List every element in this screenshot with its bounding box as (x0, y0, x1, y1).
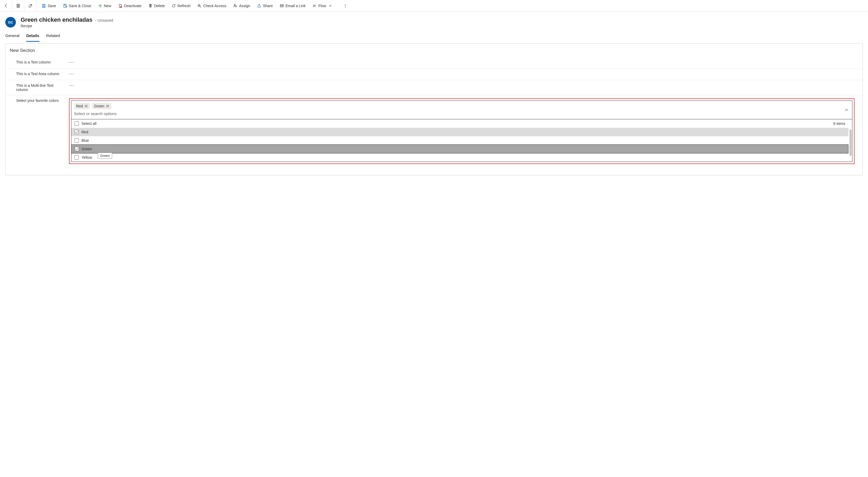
overflow-button[interactable] (341, 0, 350, 11)
save-icon (42, 4, 46, 8)
dropdown-list: Select all 6 items Red Blue Green (71, 119, 852, 162)
command-bar: Save Save & Close New Deactivate Delete … (0, 0, 868, 12)
tab-general[interactable]: General (5, 31, 19, 42)
field-multiline[interactable]: This is a Multi-line Text column --- (5, 80, 863, 95)
pill-green: Green (92, 103, 111, 109)
svg-point-3 (234, 4, 236, 5)
email-link-button[interactable]: Email a Link (277, 2, 309, 9)
refresh-button[interactable]: Refresh (168, 2, 193, 9)
check-access-button[interactable]: Check Access (194, 2, 229, 9)
deactivate-button[interactable]: Deactivate (115, 2, 145, 9)
form-tabs: General Details Related (0, 31, 868, 42)
more-vertical-icon (343, 4, 347, 8)
tab-related[interactable]: Related (46, 31, 60, 42)
pill-red-label: Red (76, 104, 83, 108)
dropdown-header[interactable]: Red Green Select or search options (71, 101, 852, 119)
save-label: Save (48, 4, 56, 8)
record-status: - Unsaved (95, 18, 113, 23)
option-red-label: Red (82, 130, 88, 134)
tooltip: Green (98, 153, 112, 159)
save-close-label: Save & Close (69, 4, 91, 8)
new-button[interactable]: New (95, 2, 115, 9)
scrollbar-thumb[interactable] (849, 129, 851, 156)
tab-details[interactable]: Details (26, 31, 39, 42)
close-icon[interactable] (85, 105, 88, 108)
option-green-label: Green (82, 147, 92, 151)
flow-button[interactable]: Flow (309, 2, 335, 9)
save-close-button[interactable]: Save & Close (60, 2, 94, 9)
check-access-label: Check Access (203, 4, 226, 8)
list-view-button[interactable] (12, 0, 24, 11)
share-label: Share (263, 4, 273, 8)
dropdown-search-placeholder[interactable]: Select or search options (74, 111, 849, 116)
dropdown-top-row: Select all 6 items (71, 119, 848, 128)
field-textarea-value: --- (69, 72, 858, 76)
checkbox-checked-icon (74, 130, 79, 134)
select-all-label: Select all (82, 121, 96, 126)
back-arrow-icon (4, 4, 8, 8)
plus-icon (98, 4, 102, 8)
share-button[interactable]: Share (254, 2, 276, 9)
field-colors-label: Select your favorite colors (16, 98, 69, 103)
form-section: New Section This is a Text column --- Th… (5, 43, 863, 175)
field-text-value: --- (69, 60, 858, 64)
multiselect-dropdown: Red Green Select or search options (71, 100, 852, 162)
checkbox-icon (74, 121, 79, 126)
trash-icon (148, 4, 153, 8)
popout-icon (28, 4, 33, 8)
field-multiline-value: --- (69, 83, 858, 88)
share-icon (257, 4, 261, 8)
section-title: New Section (5, 48, 863, 57)
option-blue-label: Blue (82, 138, 89, 143)
flow-label: Flow (318, 4, 326, 8)
chevron-down-icon (329, 4, 332, 7)
nav-buttons (0, 0, 36, 11)
field-multiline-label: This is a Multi-line Text column (16, 83, 69, 92)
popout-button[interactable] (24, 0, 36, 11)
flow-icon (312, 4, 317, 8)
refresh-icon (172, 4, 176, 8)
delete-button[interactable]: Delete (145, 2, 168, 9)
assign-icon (233, 4, 238, 8)
avatar: GC (5, 17, 16, 28)
option-blue[interactable]: Blue (71, 136, 848, 145)
delete-label: Delete (154, 4, 165, 8)
close-icon[interactable] (106, 105, 109, 108)
commands: Save Save & Close New Deactivate Delete … (36, 0, 352, 11)
assign-label: Assign (239, 4, 250, 8)
email-icon (280, 4, 284, 8)
field-colors: Select your favorite colors Red Green (5, 95, 863, 167)
deactivate-icon (118, 4, 122, 8)
option-green[interactable]: Green (71, 145, 848, 153)
pill-green-label: Green (94, 104, 104, 108)
save-button[interactable]: Save (39, 2, 59, 9)
option-yellow-label: Yellow (82, 155, 92, 159)
deactivate-label: Deactivate (124, 4, 142, 8)
list-icon (16, 4, 20, 8)
record-header: GC Green chicken enchiladas - Unsaved Re… (0, 12, 868, 31)
back-button[interactable] (0, 0, 12, 11)
pill-red: Red (74, 103, 90, 109)
record-title: Green chicken enchiladas (21, 17, 92, 23)
check-access-icon (197, 4, 202, 8)
field-text-label: This is a Text column (16, 60, 69, 64)
selected-pills: Red Green (74, 103, 849, 109)
save-close-icon (63, 4, 67, 8)
field-textarea[interactable]: This is a Text Area column --- (5, 68, 863, 80)
checkbox-icon (74, 155, 79, 159)
select-all-option[interactable]: Select all (74, 121, 96, 126)
option-yellow[interactable]: Yellow Green (71, 153, 848, 162)
svg-point-7 (345, 7, 345, 7)
assign-button[interactable]: Assign (230, 2, 253, 9)
option-red[interactable]: Red (71, 128, 848, 136)
chevron-up-icon[interactable] (845, 108, 848, 112)
field-text[interactable]: This is a Text column --- (5, 57, 863, 68)
item-count: 6 items (833, 121, 845, 126)
new-label: New (104, 4, 111, 8)
refresh-label: Refresh (177, 4, 190, 8)
callout-highlight: Red Green Select or search options (69, 98, 855, 164)
field-textarea-label: This is a Text Area column (16, 72, 69, 76)
checkbox-checked-icon (75, 147, 79, 151)
svg-point-6 (345, 5, 345, 6)
svg-point-5 (345, 4, 345, 4)
